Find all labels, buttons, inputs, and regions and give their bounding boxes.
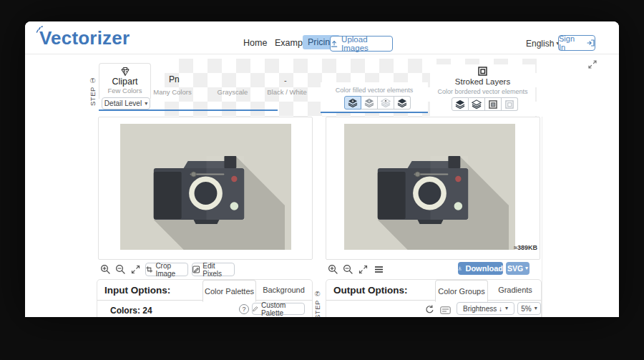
format-select-button[interactable]: SVG ▾ [506,262,530,275]
chevron-down-icon: ▾ [535,306,537,311]
crop-icon [146,266,152,273]
format-label: SVG [507,264,523,273]
detail-level-button[interactable]: Detail Level ▾ [102,97,150,110]
logo-spark-icon [36,26,46,34]
zoom-in-icon[interactable] [327,263,339,276]
upload-images-label: Upload Images [341,35,392,52]
edit-pixels-label: Edit Pixels [203,262,234,278]
filled-layers-group: Color filled vector elements [321,82,428,112]
square-in-square-light-icon [505,100,514,109]
sign-in-label: Sign In [559,34,583,52]
output-options-title: Output Options: [333,285,407,296]
app-window: Vectorizer Home Examples Pricing Upload … [25,21,619,317]
stroked-style-4-button[interactable] [502,97,518,111]
stroked-layers-caption: Color bordered vector elements [430,88,535,95]
file-size-estimate: ≈389KB [514,244,537,251]
zoom-out-icon[interactable] [342,263,354,276]
mode-tab-clipart[interactable]: Clipart Few Colors [99,63,151,99]
app-logo[interactable]: Vectorizer [39,27,130,49]
download-label: Download [465,264,503,273]
sort-order-label: Brightness ↓ [463,305,502,313]
sign-in-button[interactable]: Sign In [558,35,595,51]
active-style-underline [321,112,428,113]
help-icon[interactable]: ? [239,304,249,314]
mode-tab-grayscale[interactable]: Grayscale [214,88,251,96]
tab-background[interactable]: Background [255,280,312,300]
mode-tab-black-white[interactable]: Black / White [264,88,310,96]
mode-tab-bw-glyph: - [284,76,287,84]
chevron-down-icon: ▾ [525,266,528,271]
tab-color-palettes[interactable]: Color Palettes [203,280,256,302]
mode-tab-title: Clipart [112,77,137,87]
zoom-in-icon[interactable] [99,263,112,276]
upload-images-button[interactable]: Upload Images [330,36,393,52]
mode-tab-photo-sub[interactable]: Many Colors [152,88,192,96]
pencil-icon [192,266,200,273]
input-options-title: Input Options: [104,285,170,296]
filled-style-3-button[interactable] [378,96,394,110]
input-image [120,124,291,250]
mode-tab-subtitle: Few Colors [107,87,142,94]
reset-icon[interactable] [424,303,436,316]
tab-gradients[interactable]: Gradients [489,280,541,300]
tab-color-groups[interactable]: Color Groups [435,280,488,302]
content-divider [542,117,542,317]
list-view-icon[interactable] [439,304,452,316]
output-image-panel[interactable]: ≈389KB [326,117,540,260]
chevron-down-icon: ▾ [505,306,508,311]
mode-tab-photo-title[interactable]: Pn [169,74,180,84]
stroked-layers-title: Stroked Layers [430,77,535,86]
gem-icon [119,67,131,77]
crop-image-button[interactable]: Crop Image [145,263,188,276]
colors-count-label: Colors: 24 [110,306,152,316]
crop-image-label: Crop Image [155,262,187,278]
step2-label: STEP ② [313,285,321,317]
stroked-style-1-button[interactable] [452,97,469,111]
camera-illustration [120,124,291,250]
edit-pixels-button[interactable]: Edit Pixels [192,263,235,276]
stroked-style-3-button[interactable] [485,97,502,111]
language-label: English [526,39,554,49]
square-in-square-icon [489,100,497,109]
layers-down-icon [348,98,358,107]
layers-outline-icon [472,99,482,109]
download-icon [458,265,462,272]
layers-down-gray-icon [364,98,374,107]
download-button[interactable]: Download [458,262,503,275]
merge-percent-label: 5% [521,305,531,313]
menu-icon[interactable] [373,263,385,276]
detail-level-label: Detail Level [104,99,142,107]
sort-order-button[interactable]: Brightness ↓ ▾ [457,302,514,315]
output-options-card: Output Options: Color Groups Gradients B… [326,279,542,317]
stroked-square-icon [478,67,487,76]
layers-icon [397,98,407,107]
active-mode-underline [99,110,278,111]
step1-label: STEP ① [89,66,97,106]
pencil-icon [253,306,258,312]
stroked-layers-group: Stroked Layers Color bordered vector ele… [430,64,535,117]
nav-home[interactable]: Home [243,38,267,48]
zoom-out-icon[interactable] [114,263,127,276]
custom-palette-button[interactable]: Custom Palette [252,303,305,315]
layers-filled-icon [455,99,465,109]
merge-percent-button[interactable]: 5% ▾ [517,302,541,315]
chevron-down-icon: ▾ [145,101,147,107]
upload-icon [331,40,338,48]
fit-view-icon[interactable] [130,263,142,276]
custom-palette-label: Custom Palette [261,301,304,317]
fit-view-icon[interactable] [357,263,369,276]
output-image [344,124,515,250]
stroked-style-2-button[interactable] [469,97,485,111]
camera-illustration [344,124,515,250]
header: Vectorizer Home Examples Pricing Upload … [25,21,619,54]
sign-in-arrow-icon [587,39,595,47]
expand-icon[interactable] [587,59,597,69]
filled-style-1-button[interactable] [344,96,361,110]
language-selector[interactable]: English ▾ [526,39,559,49]
input-image-panel[interactable] [98,117,313,260]
input-options-card: Input Options: Color Palettes Background… [97,279,313,317]
filled-layers-caption: Color filled vector elements [321,87,428,94]
layers-up-light-icon [381,98,391,107]
filled-style-2-button[interactable] [361,96,378,110]
filled-style-4-button[interactable] [394,96,411,110]
